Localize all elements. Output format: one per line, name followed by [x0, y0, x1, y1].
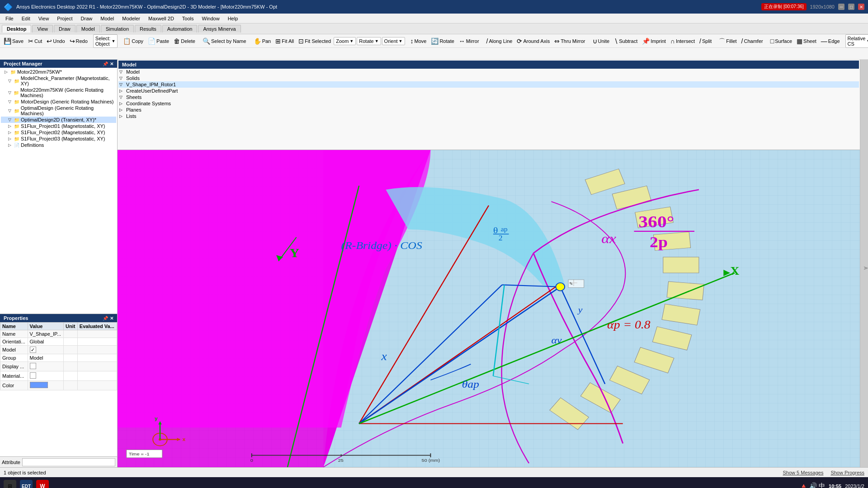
unite-button[interactable]: ∪Unite — [591, 37, 612, 45]
menu-draw[interactable]: Draw — [77, 15, 96, 22]
model-tree-item[interactable]: ▷Lists — [118, 113, 859, 119]
model-tree-label: Planes — [126, 107, 142, 113]
tab-automation[interactable]: Automation — [162, 25, 198, 33]
menu-tools[interactable]: Tools — [179, 15, 198, 22]
menu-edit[interactable]: Edit — [18, 15, 34, 22]
edge-button[interactable]: —Edge — [819, 37, 842, 45]
canvas-svg: ✎ (R-Bridge) · COS θ ap 2 360° 2p αx Y — [118, 150, 860, 467]
model-tree-item[interactable]: ▽Sheets — [118, 94, 859, 100]
surface-button[interactable]: □Surface — [769, 37, 794, 45]
fit-selected-button[interactable]: ⊡Fit Selected — [297, 37, 333, 45]
around-axis-button[interactable]: ⟳Around Axis — [515, 37, 552, 45]
project-tree-item[interactable]: ▽📁OptimalDesign (Generic Rotating Machin… — [1, 105, 116, 117]
close-button[interactable]: ✕ — [858, 4, 864, 10]
app-logo: 🔷 — [4, 3, 13, 11]
props-value-cell[interactable]: Global — [28, 338, 64, 346]
split-button[interactable]: /Split — [698, 37, 713, 45]
select-dropdown[interactable]: Select: Object ▼ — [93, 34, 118, 48]
model-tree-item[interactable]: ▽Model — [118, 69, 859, 75]
props-value-cell[interactable] — [28, 381, 64, 390]
taskbar-edt-icon[interactable]: EDT — [20, 480, 33, 488]
menu-project[interactable]: Project — [53, 15, 76, 22]
tree-node-label: Definitions — [21, 142, 44, 148]
show-messages-btn[interactable]: Show 5 Messages — [783, 470, 824, 475]
tab-view[interactable]: View — [32, 25, 53, 33]
menu-model[interactable]: Model — [97, 15, 118, 22]
project-tree-item[interactable]: ▷📄Definitions — [1, 142, 116, 148]
pm-pin-btn[interactable]: 📌 — [103, 61, 108, 66]
menu-view[interactable]: View — [35, 15, 53, 22]
relative-cs-dropdown[interactable]: Relative CS ▼ — [845, 34, 868, 48]
project-tree-item[interactable]: ▷📁S1Flux_Project01 (Magnetostatic, XY) — [1, 123, 116, 129]
project-tree-item[interactable]: ▷📁S1Flux_Project03 (Magnetostatic, XY) — [1, 136, 116, 142]
mirror-button[interactable]: ↔Mirror — [457, 37, 481, 45]
select-by-name-button[interactable]: 🔍Select by Name — [201, 37, 248, 45]
props-value-cell[interactable] — [28, 362, 64, 371]
zoom-dropdown[interactable]: Zoom ▼ — [334, 37, 356, 45]
sheet-button[interactable]: ▦Sheet — [795, 37, 818, 45]
subtract-button[interactable]: ∖Subtract — [612, 37, 639, 45]
model-tree-item[interactable]: ▽Solids — [118, 75, 859, 81]
menu-file[interactable]: File — [2, 15, 17, 22]
tab-results[interactable]: Results — [135, 25, 161, 33]
along-line-button[interactable]: /Along Line — [485, 37, 514, 45]
canvas-area[interactable]: ✎ (R-Bridge) · COS θ ap 2 360° 2p αx Y — [118, 150, 860, 467]
fillet-button[interactable]: ⌒Fillet — [717, 37, 738, 45]
cut-button[interactable]: ✂Cut — [26, 37, 44, 45]
attribute-input[interactable] — [22, 458, 115, 466]
thru-mirror-button[interactable]: ⇔Thru Mirror — [552, 37, 587, 45]
maximize-button[interactable]: □ — [848, 4, 854, 10]
props-value-cell[interactable]: Model — [28, 354, 64, 362]
menu-maxwell 2d[interactable]: Maxwell 2D — [145, 15, 178, 22]
model-tree-item[interactable]: ▷Coordinate Systems — [118, 100, 859, 107]
orient-dropdown[interactable]: Orient ▼ — [382, 37, 405, 45]
copy-button[interactable]: 📋Copy — [121, 37, 145, 45]
project-tree-item[interactable]: ▷📁Motor220mm75KW* — [1, 69, 116, 75]
paste-button[interactable]: 📄Paste — [146, 37, 171, 45]
menu-help[interactable]: Help — [224, 15, 242, 22]
project-tree-item[interactable]: ▷📁S1Flux_Project02 (Magnetostatic, XY) — [1, 129, 116, 136]
chamfer-button[interactable]: /Chamfer — [740, 37, 765, 45]
model-tree-item[interactable]: ▷Planes — [118, 107, 859, 113]
model-tree-item[interactable]: ▷CreateUserDefinedPart — [118, 88, 859, 94]
tab-draw[interactable]: Draw — [54, 25, 75, 33]
minimize-button[interactable]: ─ — [838, 4, 844, 10]
project-tree-item[interactable]: ▽📁ModelCheck_Parameter (Magnetostatic, X… — [1, 75, 116, 87]
model-tree-label: CreateUserDefinedPart — [126, 88, 178, 94]
props-row: Display ... — [0, 362, 117, 371]
fit-all-button[interactable]: ⊞Fit All — [274, 37, 296, 45]
props-value-cell[interactable] — [28, 371, 64, 381]
rotate-button[interactable]: 🔄Rotate — [429, 37, 456, 45]
model-tree-item[interactable]: ▽V_Shape_IPM_Rotor1 — [118, 81, 859, 88]
project-tree-item[interactable]: ▽📁OptimalDesign2D (Transient, XY)* — [1, 117, 116, 123]
delete-button[interactable]: 🗑Delete — [172, 37, 197, 45]
props-value-cell[interactable]: V_Shape_IP... — [28, 330, 64, 338]
save-button[interactable]: 💾Save — [2, 37, 25, 45]
props-row: Model✓ — [0, 346, 117, 354]
redo-button[interactable]: ↪Redo — [68, 37, 90, 45]
project-tree-item[interactable]: ▽📁Motor220mm75KW (Generic Rotating Machi… — [1, 87, 116, 99]
model-tree-label: Lists — [126, 113, 137, 119]
undo-button[interactable]: ↩Undo — [45, 37, 66, 45]
tab-model[interactable]: Model — [76, 25, 100, 33]
move-button[interactable]: ↕Move — [409, 37, 429, 45]
menu-window[interactable]: Window — [198, 15, 223, 22]
intersect-button[interactable]: ∩Intersect — [669, 37, 697, 45]
pm-close-btn[interactable]: ✕ — [110, 61, 113, 66]
project-tree: ▷📁Motor220mm75KW*▽📁ModelCheck_Parameter … — [0, 68, 117, 314]
props-value-cell[interactable]: ✓ — [28, 346, 64, 354]
taskbar-w-icon[interactable]: W — [36, 480, 49, 488]
show-progress-btn[interactable]: Show Progress — [830, 470, 864, 475]
rotate-dropdown[interactable]: Rotate ▼ — [357, 37, 381, 45]
tab-ansys-minerva[interactable]: Ansys Minerva — [198, 25, 241, 33]
imprint-button[interactable]: 📌Imprint — [640, 37, 668, 45]
project-tree-item[interactable]: ▽📁MotorDesign (Generic Rotating Machines… — [1, 99, 116, 105]
start-button[interactable]: ⊞ — [4, 480, 16, 488]
props-unit-cell — [64, 354, 78, 362]
props-pin-btn[interactable]: 📌 — [103, 316, 108, 321]
tab-simulation[interactable]: Simulation — [101, 25, 134, 33]
menu-modeler[interactable]: Modeler — [118, 15, 144, 22]
tab-desktop[interactable]: Desktop — [2, 25, 31, 33]
props-close-btn[interactable]: ✕ — [110, 316, 113, 321]
pan-button[interactable]: ✋Pan — [252, 37, 273, 45]
